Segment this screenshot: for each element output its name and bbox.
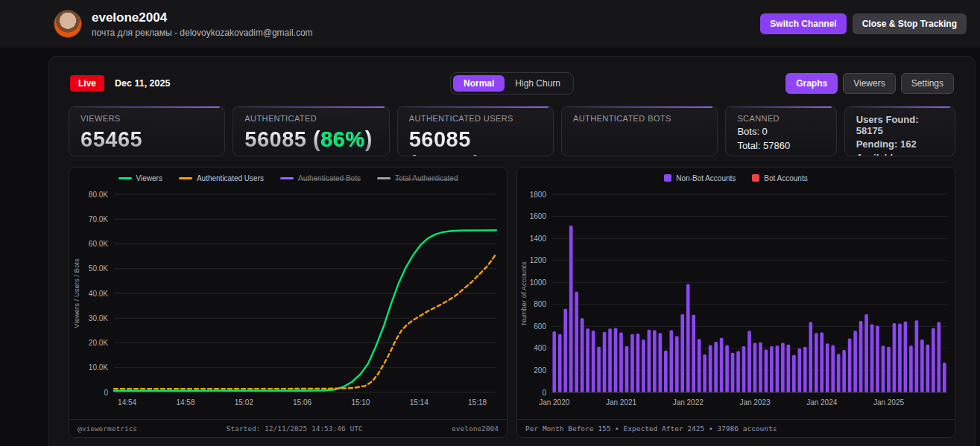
legend-label: Non-Bot Accounts [676, 174, 736, 182]
mode-normal-button[interactable]: Normal [453, 75, 505, 92]
bar-chart-legend: Non-Bot AccountsBot Accounts [517, 168, 955, 188]
svg-text:600: 600 [534, 322, 546, 331]
svg-text:30.0K: 30.0K [89, 314, 108, 322]
channel-avatar [54, 10, 82, 38]
legend-item-authenticated-bots[interactable]: Authenticated Bots [280, 174, 361, 182]
auth-users-label: AUTHENTICATED USERS [409, 114, 542, 123]
svg-text:1000: 1000 [530, 278, 547, 287]
svg-text:15:02: 15:02 [235, 398, 253, 407]
svg-text:1800: 1800 [530, 191, 547, 199]
available: Available: 3331/5000 [856, 152, 943, 156]
auth-bots-label: AUTHENTICATED BOTS [573, 114, 706, 123]
line-chart-footer: @viewermetrics Started: 12/11/2025 14:53… [69, 419, 507, 437]
svg-text:15:18: 15:18 [468, 398, 487, 407]
authenticated-value: 56085 (86%) [244, 127, 377, 152]
legend-label: Authenticated Users [197, 174, 264, 182]
legend-swatch [280, 177, 294, 179]
scanned-label: SCANNED [737, 114, 824, 123]
svg-text:400: 400 [534, 344, 546, 352]
svg-text:80.0K: 80.0K [89, 191, 108, 199]
svg-text:70.0K: 70.0K [89, 215, 108, 223]
authenticated-card: AUTHENTICATED 56085 (86%) [233, 106, 389, 156]
main-panel: Live Dec 11, 2025 Normal High Churn Grap… [48, 56, 976, 446]
legend-item-authenticated-users[interactable]: Authenticated Users [179, 174, 264, 182]
accounts-bar-chart[interactable]: 020040060080010001200140016001800Jan 202… [517, 188, 955, 419]
svg-text:15:14: 15:14 [410, 398, 429, 407]
svg-text:Jan 2024: Jan 2024 [806, 398, 838, 407]
legend-label: Viewers [136, 174, 162, 182]
viewers-value: 65465 [80, 127, 213, 152]
svg-text:Jan 2020: Jan 2020 [539, 398, 570, 407]
tab-settings[interactable]: Settings [901, 73, 954, 94]
legend-label: Authenticated Bots [298, 174, 361, 182]
toolbar: Live Dec 11, 2025 Normal High Churn Grap… [70, 73, 954, 94]
channel-title: evelone2004 [92, 10, 313, 25]
auth-users-value: 56085 (100%) [409, 127, 542, 156]
viewers-label: VIEWERS [80, 114, 213, 123]
legend-swatch [664, 174, 671, 182]
live-badge: Live [70, 75, 104, 92]
svg-text:50.0K: 50.0K [89, 264, 108, 273]
svg-text:Number of Accounts: Number of Accounts [519, 261, 528, 325]
close-stop-tracking-button[interactable]: Close & Stop Tracking [853, 13, 967, 34]
scanned-card: SCANNED Bots: 0 Total: 57860 [725, 106, 836, 156]
legend-item-total-authenticated[interactable]: Total Authenticated [377, 174, 458, 182]
svg-text:15:10: 15:10 [351, 398, 370, 407]
svg-text:60.0K: 60.0K [89, 240, 108, 248]
top-header: evelone2004 почта для рекламы - delovoyk… [0, 0, 980, 48]
svg-text:15:06: 15:06 [293, 398, 312, 407]
tab-viewers[interactable]: Viewers [843, 73, 895, 94]
svg-text:1200: 1200 [530, 256, 547, 264]
stream-date: Dec 11, 2025 [115, 78, 170, 89]
footer-channel-name: evelone2004 [452, 424, 499, 433]
svg-text:Jan 2025: Jan 2025 [873, 398, 905, 407]
watermark: @viewermetrics [78, 424, 137, 433]
started-timestamp: Started: 12/11/2025 14:53:46 UTC [227, 424, 363, 433]
bar-footer-text: Per Month Before 155 • Expected After 24… [525, 424, 777, 433]
svg-text:40.0K: 40.0K [89, 290, 108, 298]
svg-text:Viewers / Users / Bots: Viewers / Users / Bots [72, 258, 80, 328]
legend-label: Bot Accounts [764, 174, 807, 182]
legend-item-non-bot-accounts[interactable]: Non-Bot Accounts [664, 174, 736, 182]
svg-text:800: 800 [534, 300, 546, 308]
legend-swatch [118, 177, 132, 179]
authenticated-label: AUTHENTICATED [244, 114, 377, 123]
mode-high-churn-button[interactable]: High Churn [505, 75, 571, 92]
legend-label: Total Authenticated [395, 174, 458, 182]
legend-swatch [752, 174, 759, 182]
svg-text:1600: 1600 [530, 212, 547, 220]
pending: Pending: 162 [856, 138, 943, 150]
stats-row: VIEWERS 65465 AUTHENTICATED 56085 (86%) … [69, 106, 955, 156]
svg-text:10.0K: 10.0K [89, 363, 108, 372]
scanned-bots: Bots: 0 [737, 126, 824, 137]
viewers-line-chart[interactable]: 010.0K20.0K30.0K40.0K50.0K60.0K70.0K80.0… [69, 188, 507, 419]
svg-text:0: 0 [542, 389, 546, 397]
svg-text:1400: 1400 [530, 235, 547, 243]
churn-mode-toggle: Normal High Churn [450, 72, 574, 95]
switch-channel-button[interactable]: Switch Channel [760, 13, 846, 34]
charts-row: ViewersAuthenticated UsersAuthenticated … [69, 167, 955, 438]
auth-users-card: AUTHENTICATED USERS 56085 (100%) [397, 106, 554, 156]
legend-item-bot-accounts[interactable]: Bot Accounts [752, 174, 807, 182]
svg-text:14:54: 14:54 [118, 398, 136, 407]
legend-swatch [179, 177, 192, 179]
legend-item-viewers[interactable]: Viewers [118, 174, 162, 182]
svg-text:0: 0 [104, 389, 108, 397]
svg-text:Jan 2022: Jan 2022 [673, 398, 704, 407]
scanned-total: Total: 57860 [737, 140, 824, 151]
line-chart-legend: ViewersAuthenticated UsersAuthenticated … [69, 168, 507, 188]
svg-text:14:58: 14:58 [176, 398, 195, 407]
channel-subtitle: почта для рекламы - delovoykozakovadim@g… [92, 28, 313, 38]
svg-text:Jan 2021: Jan 2021 [606, 398, 637, 407]
auth-bots-card: AUTHENTICATED BOTS [561, 106, 718, 156]
bar-chart-footer: Per Month Before 155 • Expected After 24… [517, 419, 955, 437]
svg-text:20.0K: 20.0K [89, 339, 108, 347]
accounts-bar-chart-panel: Non-Bot AccountsBot Accounts 02004006008… [516, 167, 955, 438]
users-found-card: Users Found: 58175 Pending: 162 Availabl… [844, 106, 955, 156]
viewers-card: VIEWERS 65465 [69, 106, 225, 156]
legend-swatch [377, 177, 391, 179]
viewers-line-chart-panel: ViewersAuthenticated UsersAuthenticated … [69, 167, 508, 438]
users-found: Users Found: 58175 [856, 114, 943, 136]
tab-graphs[interactable]: Graphs [785, 73, 838, 94]
svg-text:Jan 2023: Jan 2023 [739, 398, 771, 407]
